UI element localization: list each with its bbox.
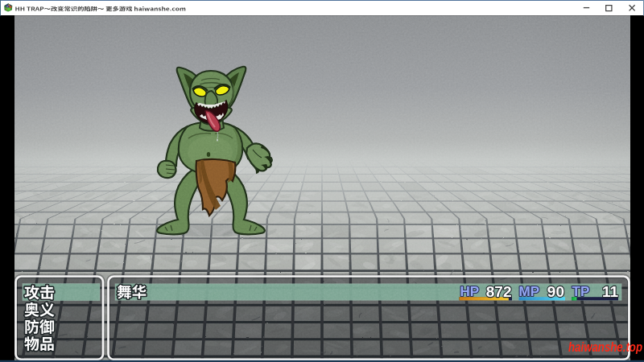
- svg-text:haiwanshe.top: haiwanshe.top: [568, 339, 642, 354]
